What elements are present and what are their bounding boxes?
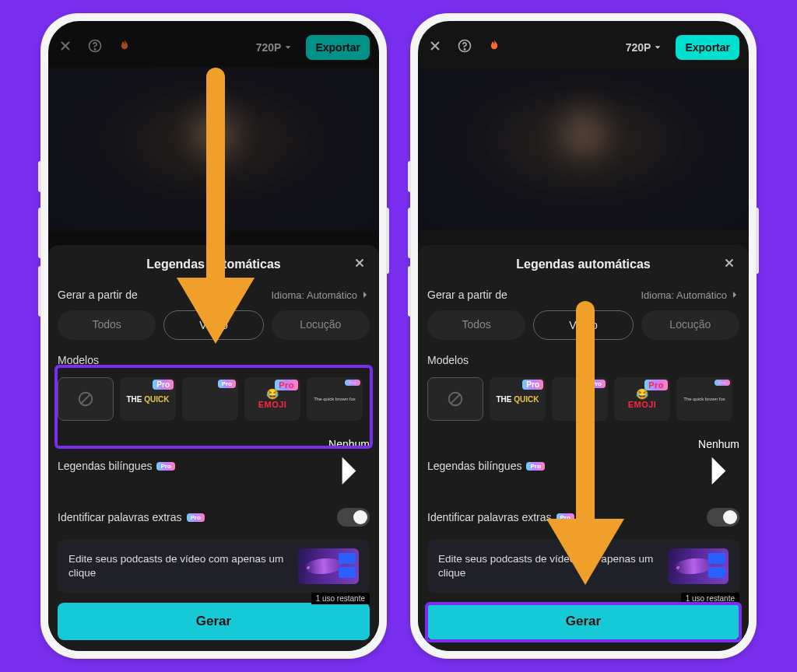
template-quick[interactable]: ProTHE QUICK [490,377,546,421]
bilingual-label: Legendas bilíngues [427,460,521,472]
bilingual-label: Legendas bilíngues [58,460,152,472]
templates-row[interactable]: ProTHE QUICK Pro Pro😂EMOJI ProThe quick … [427,371,739,430]
resolution-selector[interactable]: 720P [620,37,669,58]
models-label: Modelos [58,349,370,371]
chevron-right-icon [730,290,739,299]
seg-video[interactable]: Vídeo [533,310,633,340]
source-segmented: Todos Vídeo Locução [427,310,739,340]
extras-label: Identificar palavras extras [58,511,182,523]
generate-from-label: Gerar a partir de [58,289,138,301]
captions-panel: Legendas automáticas Gerar a partir de I… [418,245,749,651]
promo-card[interactable]: Edite seus podcasts de vídeo com apenas … [427,539,739,593]
template-5[interactable]: ProThe quick brown fox [307,377,363,421]
phone-frame-left: 720P Exportar Legendas automáticas Gerar… [40,13,387,659]
promo-text: Edite seus podcasts de vídeo com apenas … [438,552,660,580]
promo-text: Edite seus podcasts de vídeo com apenas … [68,552,290,580]
screen: 720P Exportar Legendas automáticas Gerar… [48,21,379,651]
template-emoji[interactable]: Pro😂EMOJI [244,377,300,421]
language-selector[interactable]: Idioma: Automático [641,289,739,301]
video-preview[interactable] [48,68,379,231]
pro-badge: Pro [526,462,544,471]
template-none[interactable] [58,377,114,421]
language-selector[interactable]: Idioma: Automático [271,289,370,301]
generate-button[interactable]: Gerar [58,603,370,640]
seg-all[interactable]: Todos [58,310,156,340]
chevron-right-icon [328,450,370,492]
uses-left-badge: 1 uso restante [311,593,370,604]
chevron-right-icon [360,290,370,299]
bilingual-selector[interactable]: Nenhum [698,438,739,494]
close-icon[interactable] [427,38,443,57]
template-quick[interactable]: ProTHE QUICK [120,377,176,421]
top-bar: 720P Exportar [418,21,749,68]
seg-video[interactable]: Vídeo [163,310,263,340]
captions-panel: Legendas automáticas Gerar a partir de I… [48,245,379,651]
svg-point-5 [464,49,465,50]
template-3[interactable]: Pro [552,377,608,421]
bilingual-selector[interactable]: Nenhum [328,438,370,494]
video-preview[interactable] [418,68,749,231]
panel-title: Legendas automáticas [516,257,651,271]
source-segmented: Todos Vídeo Locução [58,310,370,340]
generate-from-label: Gerar a partir de [427,289,507,301]
seg-all[interactable]: Todos [427,310,525,340]
help-icon[interactable] [457,38,472,57]
seg-voice[interactable]: Locução [272,310,370,340]
panel-close-icon[interactable] [722,256,736,273]
extras-label: Identificar palavras extras [427,511,552,523]
extras-toggle[interactable] [337,508,370,527]
pro-badge: Pro [556,513,574,522]
template-emoji[interactable]: Pro😂EMOJI [614,377,670,421]
pro-badge: Pro [156,462,174,471]
uses-left-badge: 1 uso restante [681,593,739,604]
promo-image [668,548,729,584]
phone-frame-right: 720P Exportar Legendas automáticas Gerar… [410,13,757,659]
generate-button[interactable]: Gerar [427,603,739,640]
pro-badge: Pro [187,513,205,522]
seg-voice[interactable]: Locução [641,310,739,340]
templates-row[interactable]: ProTHE QUICK Pro Pro😂EMOJI ProThe quick … [58,371,370,430]
promo-image [298,548,359,584]
models-label: Modelos [427,349,739,371]
screen: 720P Exportar Legendas automáticas Gerar… [418,21,749,651]
template-5[interactable]: ProThe quick brown fox [676,377,732,421]
chevron-right-icon [698,450,739,492]
panel-close-icon[interactable] [353,256,367,273]
panel-title: Legendas automáticas [146,257,281,271]
template-3[interactable]: Pro [182,377,238,421]
extras-toggle[interactable] [707,508,739,527]
flame-icon[interactable] [486,37,502,58]
template-none[interactable] [427,377,483,421]
export-button[interactable]: Exportar [676,35,739,60]
promo-card[interactable]: Edite seus podcasts de vídeo com apenas … [58,539,370,593]
